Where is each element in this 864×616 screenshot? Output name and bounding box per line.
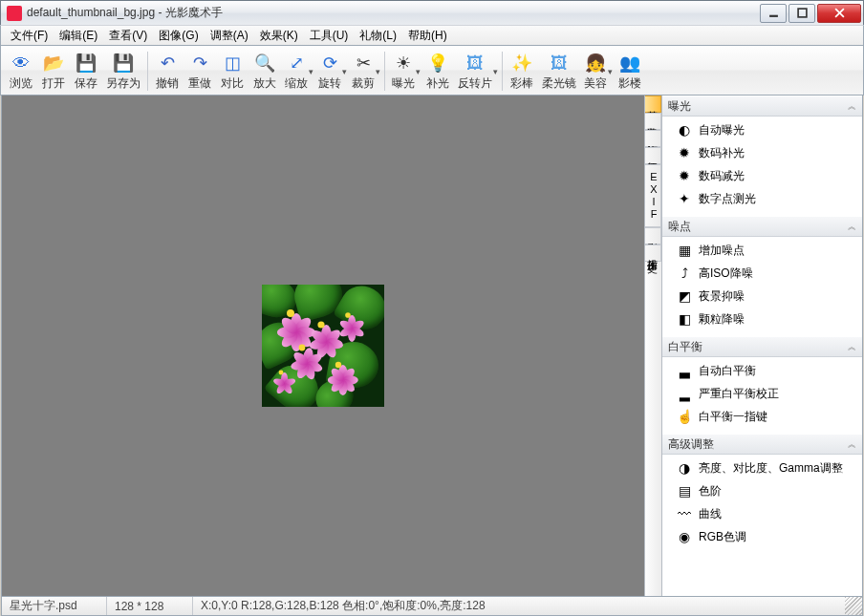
menu-view[interactable]: 查看(V) — [103, 26, 153, 46]
chevron-down-icon: ▾ — [493, 67, 498, 76]
tool-zoom-in[interactable]: 🔍放大 — [248, 48, 281, 95]
minimize-button[interactable] — [760, 4, 787, 23]
vtab-history[interactable]: 操作历史 — [645, 244, 661, 262]
panel-item[interactable]: ◐自动曝光 — [662, 118, 862, 141]
vtab-border-layer[interactable]: 边框图层 — [645, 130, 661, 147]
tool-rotate[interactable]: ⟳旋转▾ — [314, 48, 348, 95]
resize-grip[interactable] — [845, 597, 862, 615]
menu-file[interactable]: 文件(F) — [5, 26, 54, 46]
tool-beauty[interactable]: 👧美容▾ — [580, 48, 614, 95]
chevron-down-icon: ▾ — [608, 67, 613, 76]
item-label: 亮度、对比度、Gamma调整 — [699, 460, 843, 477]
negative-icon: 🖼 — [464, 52, 486, 74]
section-title: 噪点 — [668, 219, 691, 235]
panel-item[interactable]: ✦数字点测光 — [662, 187, 862, 210]
tool-soft-lens[interactable]: 🖼柔光镜 — [538, 48, 580, 95]
save-icon: 💾 — [75, 52, 97, 74]
close-button[interactable] — [817, 4, 861, 23]
section-header[interactable]: 曝光︽ — [662, 96, 862, 117]
rotate-icon: ⟳ — [318, 52, 341, 74]
menu-edit[interactable]: 编辑(E) — [54, 26, 103, 46]
tool-fill-light[interactable]: 💡补光 — [421, 48, 454, 95]
chevron-up-icon: ︽ — [848, 100, 856, 113]
menu-gift[interactable]: 礼物(L) — [354, 26, 402, 46]
section-body: ▃自动白平衡▂严重白平衡校正☝白平衡一指键 — [662, 357, 862, 434]
tool-negative[interactable]: 🖼反转片▾ — [454, 48, 499, 95]
item-icon: ▂ — [676, 386, 693, 401]
panel-item[interactable]: ▃自动白平衡 — [662, 359, 862, 382]
chevron-down-icon: ▾ — [416, 67, 421, 76]
section-header[interactable]: 白平衡︽ — [662, 336, 862, 357]
item-icon: ✹ — [676, 145, 693, 160]
tool-studio[interactable]: 👥影楼 — [614, 48, 646, 95]
app-icon — [7, 6, 22, 21]
tool-redo[interactable]: ↷重做 — [184, 48, 216, 95]
item-label: 增加噪点 — [699, 243, 745, 259]
item-icon: ◧ — [676, 311, 693, 327]
item-icon: ▃ — [676, 363, 693, 378]
svg-rect-1 — [798, 9, 807, 17]
panel-item[interactable]: ▤色阶 — [662, 479, 862, 502]
tool-zoom[interactable]: ⤢缩放▾ — [281, 48, 314, 95]
bulb-icon: 💡 — [426, 52, 449, 74]
item-label: 曲线 — [699, 506, 722, 522]
panel-item[interactable]: ✹数码减光 — [662, 164, 862, 187]
item-label: 数码补光 — [699, 145, 745, 161]
toolbar: 👁浏览 📂打开 💾保存 💾另存为 ↶撤销 ↷重做 ◫对比 🔍放大 ⤢缩放▾ ⟳旋… — [0, 46, 864, 96]
vtab-exif[interactable]: EXIF — [645, 164, 661, 227]
face-icon: 👧 — [584, 52, 607, 74]
chevron-up-icon: ︽ — [848, 341, 856, 353]
item-label: 自动曝光 — [699, 122, 745, 138]
canvas-image — [262, 285, 384, 407]
vtab-quick-tools[interactable]: 便捷工具 — [645, 147, 661, 164]
tool-open[interactable]: 📂打开 — [37, 48, 70, 95]
tool-save-as[interactable]: 💾另存为 — [102, 48, 144, 95]
tool-save[interactable]: 💾保存 — [70, 48, 102, 95]
menu-tools[interactable]: 工具(U) — [304, 26, 355, 46]
item-label: 夜景抑噪 — [699, 288, 745, 305]
menu-image[interactable]: 图像(G) — [153, 26, 204, 46]
section-header[interactable]: 高级调整︽ — [662, 434, 862, 455]
menu-effect[interactable]: 效果(K) — [254, 26, 304, 46]
panel-item[interactable]: ◩夜景抑噪 — [662, 285, 862, 308]
menu-help[interactable]: 帮助(H) — [402, 26, 453, 46]
statusbar: 星光十字.psd 128 * 128 X:0,Y:0 R:128,G:128,B… — [1, 597, 863, 616]
item-label: 自动白平衡 — [699, 363, 756, 379]
workspace: 基本调整 数码暗房 边框图层 便捷工具 EXIF 光影社区 操作历史 曝光︽◐自… — [1, 96, 863, 597]
panel-item[interactable]: ▦增加噪点 — [662, 239, 862, 262]
panel-item[interactable]: 〰曲线 — [662, 502, 862, 525]
side-panel: 曝光︽◐自动曝光✹数码补光✹数码减光✦数字点测光噪点︽▦增加噪点⤴高ISO降噪◩… — [661, 96, 862, 596]
item-label: 严重白平衡校正 — [699, 386, 779, 402]
panel-item[interactable]: ⤴高ISO降噪 — [662, 262, 862, 285]
section-header[interactable]: 噪点︽ — [662, 216, 862, 237]
crop-icon: ✂ — [352, 52, 375, 74]
item-icon: ✦ — [676, 191, 693, 206]
panel-item[interactable]: ✹数码补光 — [662, 141, 862, 164]
tool-compare[interactable]: ◫对比 — [216, 48, 248, 95]
vtab-darkroom[interactable]: 数码暗房 — [645, 113, 661, 130]
menu-adjust[interactable]: 调整(A) — [205, 26, 254, 46]
section-title: 高级调整 — [668, 436, 714, 453]
tool-magic-wand[interactable]: ✨彩棒 — [506, 48, 538, 95]
status-dim: 128 * 128 — [107, 597, 193, 615]
exposure-icon: ☀ — [392, 52, 415, 74]
tool-crop[interactable]: ✂裁剪▾ — [348, 48, 381, 95]
panel-item[interactable]: ◧颗粒降噪 — [662, 308, 862, 330]
titlebar: default_thumbnail_bg.jpg - 光影魔术手 — [0, 0, 864, 25]
tool-browse[interactable]: 👁浏览 — [5, 48, 37, 95]
canvas-area[interactable] — [2, 96, 644, 596]
compare-icon: ◫ — [221, 52, 244, 74]
panel-item[interactable]: ◉RGB色调 — [662, 525, 862, 548]
panel-item[interactable]: ☝白平衡一指键 — [662, 405, 862, 428]
panel-item[interactable]: ◑亮度、对比度、Gamma调整 — [662, 457, 862, 479]
vtab-community[interactable]: 光影社区 — [645, 227, 661, 244]
window-buttons — [758, 4, 861, 23]
item-icon: 〰 — [676, 506, 693, 521]
tool-undo[interactable]: ↶撤销 — [151, 48, 184, 95]
panel-item[interactable]: ▂严重白平衡校正 — [662, 382, 862, 405]
tool-exposure[interactable]: ☀曝光▾ — [388, 48, 421, 95]
vtab-basic-adjust[interactable]: 基本调整 — [645, 96, 661, 113]
maximize-button[interactable] — [788, 4, 815, 23]
toolbar-separator — [147, 52, 148, 91]
section-body: ◑亮度、对比度、Gamma调整▤色阶〰曲线◉RGB色调 — [662, 455, 862, 554]
